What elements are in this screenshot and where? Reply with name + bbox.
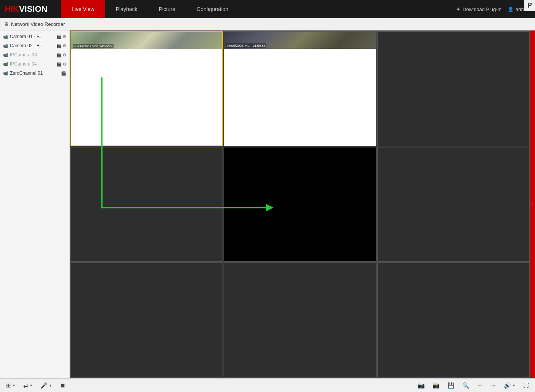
snapshot-icon: 📸 — [432, 382, 440, 389]
grid-cell-5[interactable] — [377, 147, 530, 262]
nav-picture[interactable]: Picture — [148, 0, 186, 18]
video-grid: 26/06/2023 Mon 14:59:27 26/06/2023 Mon 1… — [70, 30, 530, 378]
cam02-actions: 🎬 ⚙ — [56, 43, 66, 48]
cam05-actions: 🎬 — [61, 71, 66, 76]
cam04-label: IPCamera 04 — [10, 61, 55, 67]
cam-feed-main-1 — [224, 49, 376, 146]
right-panel-toggle[interactable]: › — [530, 30, 535, 378]
right-panel-arrow-icon: › — [532, 202, 533, 206]
logo-area: HIKVISION — [0, 0, 61, 18]
save-icon: 💾 — [447, 382, 455, 389]
cam04-stream-icon[interactable]: 🎬 — [56, 62, 62, 67]
cam05-label: ZeroChannel 01 — [10, 70, 59, 76]
volume-dropdown-icon: ▼ — [512, 384, 516, 387]
sidebar-item-ipcamera03[interactable]: 📹 IPCamera 03 🎬 ⚙ — [0, 50, 69, 59]
grid-cell-0[interactable]: 26/06/2023 Mon 14:59:27 — [70, 31, 223, 146]
cam-timestamp-0: 26/06/2023 Mon 14:59:27 — [73, 44, 114, 48]
cam-timestamp-1: 26/06/2023 Mon 14:59:56 — [226, 43, 266, 48]
main-layout: 📹 Camera 01 - F... 🎬 ⚙ 📹 Camera 02 - B..… — [0, 30, 535, 378]
cam-feed-top-0: 26/06/2023 Mon 14:59:27 — [71, 32, 222, 49]
grid-cell-3[interactable] — [70, 147, 223, 262]
sidebar-item-ipcamera04[interactable]: 📹 IPCamera 04 🎬 ⚙ — [0, 59, 69, 69]
mic-btn[interactable]: 🎤 ▼ — [38, 381, 54, 390]
mic-dropdown-icon: ▼ — [49, 384, 52, 387]
cam03-label: IPCamera 03 — [10, 52, 55, 58]
nav-playback[interactable]: Playback — [105, 0, 148, 18]
grid-cell-7[interactable] — [224, 262, 376, 378]
next-icon: → — [490, 382, 496, 389]
sidebar: 📹 Camera 01 - F... 🎬 ⚙ 📹 Camera 02 - B..… — [0, 30, 70, 378]
cam03-actions: 🎬 ⚙ — [56, 53, 66, 58]
camera-capture-btn[interactable]: 📷 — [415, 381, 427, 390]
cell-black-4 — [224, 147, 376, 262]
grid-cell-2[interactable] — [377, 31, 530, 146]
record-btn[interactable]: ⏹ — [58, 381, 68, 390]
save-btn[interactable]: 💾 — [445, 381, 457, 390]
cam02-stream-icon[interactable]: 🎬 — [56, 43, 62, 48]
grid-cell-1[interactable]: 26/06/2023 Mon 14:59:56 — [224, 31, 376, 146]
grid-cell-6[interactable] — [70, 262, 223, 378]
sidebar-item-zerochannel01[interactable]: 📹 ZeroChannel 01 🎬 — [0, 69, 69, 78]
toolbar-left: ⊞ ▼ ⇄ ▼ 🎤 ▼ ⏹ — [4, 381, 68, 390]
switch-icon: ⇄ — [23, 382, 28, 389]
layout-btn[interactable]: ⊞ ▼ — [4, 381, 18, 390]
cam01-actions: 🎬 ⚙ — [56, 34, 66, 39]
nvr-icon: 🖥 — [4, 21, 9, 27]
nav-right: ✦ Download Plug-in 👤 admi... — [456, 6, 535, 13]
bottom-toolbar: ⊞ ▼ ⇄ ▼ 🎤 ▼ ⏹ 📷 📸 💾 🔍 ← → — [0, 378, 535, 392]
cam01-config-icon[interactable]: ⚙ — [62, 34, 66, 39]
prev-btn[interactable]: ← — [475, 381, 485, 390]
nav-live-view[interactable]: Live View — [61, 0, 105, 18]
cam02-config-icon[interactable]: ⚙ — [62, 43, 66, 48]
download-plugin-btn[interactable]: ✦ Download Plug-in — [456, 6, 501, 13]
subheader: 🖥 Network Video Recorder — [0, 18, 535, 30]
cam-feed-1: 26/06/2023 Mon 14:59:56 — [224, 32, 376, 146]
fullscreen-icon: ⛶ — [523, 382, 529, 389]
snapshot-btn[interactable]: 📸 — [430, 381, 442, 390]
zoom-btn[interactable]: 🔍 — [460, 381, 472, 390]
video-area: 26/06/2023 Mon 14:59:27 26/06/2023 Mon 1… — [70, 30, 530, 378]
cam05-stream-icon[interactable]: 🎬 — [61, 71, 66, 76]
cam-feed-0: 26/06/2023 Mon 14:59:27 — [71, 32, 222, 146]
topnav: HIKVISION Live View Playback Picture Con… — [0, 0, 535, 18]
fullscreen-btn[interactable]: ⛶ — [521, 381, 531, 390]
grid-cell-8[interactable] — [377, 262, 530, 378]
layout-dropdown-icon: ▼ — [12, 384, 16, 387]
cam02-icon: 📹 — [3, 43, 8, 48]
mic-icon: 🎤 — [40, 382, 48, 389]
logo-hik: HIK — [5, 4, 19, 14]
download-plugin-label: Download Plug-in — [463, 6, 501, 12]
cam04-icon: 📹 — [3, 62, 8, 67]
cam03-stream-icon[interactable]: 🎬 — [56, 53, 62, 58]
zoom-icon: 🔍 — [462, 382, 469, 389]
cam01-label: Camera 01 - F... — [10, 34, 55, 39]
sidebar-item-camera01[interactable]: 📹 Camera 01 - F... 🎬 ⚙ — [0, 32, 69, 41]
next-btn[interactable]: → — [488, 381, 498, 390]
cam02-label: Camera 02 - B... — [10, 43, 55, 48]
p-label: P — [524, 0, 535, 11]
cam05-icon: 📹 — [3, 71, 8, 76]
nav-configuration[interactable]: Configuration — [186, 0, 239, 18]
toolbar-right: 📷 📸 💾 🔍 ← → 🔊 ▼ ⛶ — [415, 381, 531, 390]
cam03-icon: 📹 — [3, 53, 8, 58]
prev-icon: ← — [477, 382, 483, 389]
cam03-config-icon[interactable]: ⚙ — [62, 53, 66, 58]
logo-vision: VISION — [19, 4, 48, 14]
switch-btn[interactable]: ⇄ ▼ — [21, 381, 35, 390]
switch-dropdown-icon: ▼ — [29, 384, 33, 387]
sidebar-item-camera02[interactable]: 📹 Camera 02 - B... 🎬 ⚙ — [0, 41, 69, 50]
cam-feed-top-1: 26/06/2023 Mon 14:59:56 — [224, 32, 376, 49]
subheader-label: Network Video Recorder — [11, 21, 65, 27]
user-icon: 👤 — [508, 6, 514, 12]
grid-cell-4[interactable] — [224, 147, 376, 262]
cam-feed-main-0 — [71, 49, 222, 146]
layout-icon: ⊞ — [6, 382, 11, 389]
plug-icon: ✦ — [456, 6, 461, 13]
nav-items: Live View Playback Picture Configuration — [61, 0, 239, 18]
volume-btn[interactable]: 🔊 ▼ — [501, 381, 518, 390]
volume-icon: 🔊 — [504, 382, 511, 389]
cam01-icon: 📹 — [3, 34, 8, 39]
cam04-config-icon[interactable]: ⚙ — [62, 62, 66, 67]
record-icon: ⏹ — [60, 382, 66, 389]
cam01-stream-icon[interactable]: 🎬 — [56, 34, 62, 39]
